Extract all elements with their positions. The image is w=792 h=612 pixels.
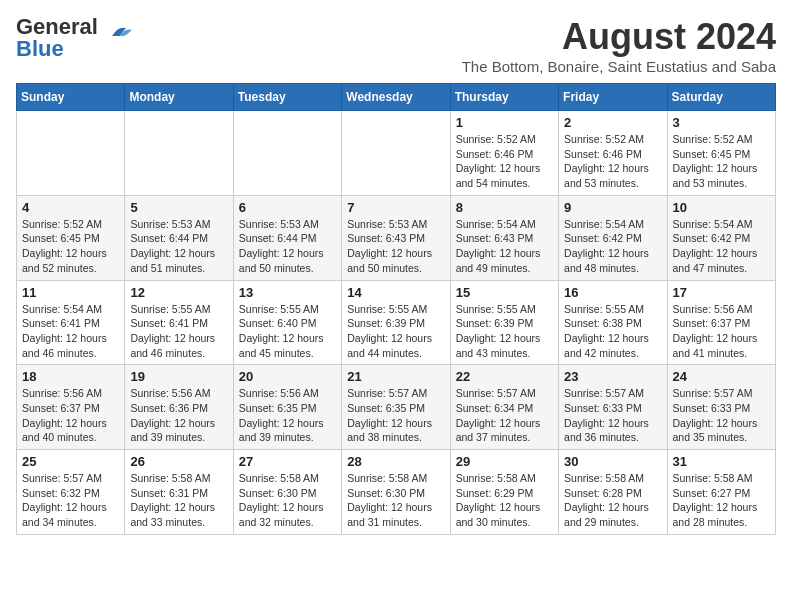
day-info: Sunrise: 5:58 AM Sunset: 6:30 PM Dayligh… (347, 471, 444, 530)
day-number: 31 (673, 454, 770, 469)
day-number: 15 (456, 285, 553, 300)
day-number: 24 (673, 369, 770, 384)
day-info: Sunrise: 5:58 AM Sunset: 6:30 PM Dayligh… (239, 471, 336, 530)
calendar-day-cell: 11Sunrise: 5:54 AM Sunset: 6:41 PM Dayli… (17, 280, 125, 365)
day-info: Sunrise: 5:54 AM Sunset: 6:43 PM Dayligh… (456, 217, 553, 276)
calendar-day-cell (233, 111, 341, 196)
day-number: 16 (564, 285, 661, 300)
day-info: Sunrise: 5:53 AM Sunset: 6:44 PM Dayligh… (130, 217, 227, 276)
calendar-day-cell: 18Sunrise: 5:56 AM Sunset: 6:37 PM Dayli… (17, 365, 125, 450)
day-info: Sunrise: 5:55 AM Sunset: 6:39 PM Dayligh… (347, 302, 444, 361)
day-info: Sunrise: 5:57 AM Sunset: 6:35 PM Dayligh… (347, 386, 444, 445)
day-number: 8 (456, 200, 553, 215)
page-header: General Blue August 2024 The Bottom, Bon… (16, 16, 776, 75)
calendar-day-cell: 22Sunrise: 5:57 AM Sunset: 6:34 PM Dayli… (450, 365, 558, 450)
weekday-header-sunday: Sunday (17, 84, 125, 111)
day-info: Sunrise: 5:56 AM Sunset: 6:36 PM Dayligh… (130, 386, 227, 445)
day-number: 30 (564, 454, 661, 469)
day-info: Sunrise: 5:53 AM Sunset: 6:44 PM Dayligh… (239, 217, 336, 276)
day-number: 11 (22, 285, 119, 300)
calendar-day-cell: 15Sunrise: 5:55 AM Sunset: 6:39 PM Dayli… (450, 280, 558, 365)
weekday-header-saturday: Saturday (667, 84, 775, 111)
calendar-week-row: 11Sunrise: 5:54 AM Sunset: 6:41 PM Dayli… (17, 280, 776, 365)
day-number: 5 (130, 200, 227, 215)
day-number: 9 (564, 200, 661, 215)
calendar-day-cell: 25Sunrise: 5:57 AM Sunset: 6:32 PM Dayli… (17, 450, 125, 535)
day-number: 6 (239, 200, 336, 215)
day-number: 3 (673, 115, 770, 130)
logo: General Blue (16, 16, 136, 60)
day-info: Sunrise: 5:54 AM Sunset: 6:42 PM Dayligh… (564, 217, 661, 276)
calendar-day-cell: 21Sunrise: 5:57 AM Sunset: 6:35 PM Dayli… (342, 365, 450, 450)
day-info: Sunrise: 5:57 AM Sunset: 6:33 PM Dayligh… (673, 386, 770, 445)
weekday-header-wednesday: Wednesday (342, 84, 450, 111)
day-info: Sunrise: 5:56 AM Sunset: 6:37 PM Dayligh… (673, 302, 770, 361)
calendar-day-cell: 23Sunrise: 5:57 AM Sunset: 6:33 PM Dayli… (559, 365, 667, 450)
day-info: Sunrise: 5:57 AM Sunset: 6:34 PM Dayligh… (456, 386, 553, 445)
calendar-day-cell: 4Sunrise: 5:52 AM Sunset: 6:45 PM Daylig… (17, 195, 125, 280)
calendar-day-cell: 16Sunrise: 5:55 AM Sunset: 6:38 PM Dayli… (559, 280, 667, 365)
day-info: Sunrise: 5:57 AM Sunset: 6:33 PM Dayligh… (564, 386, 661, 445)
day-info: Sunrise: 5:58 AM Sunset: 6:28 PM Dayligh… (564, 471, 661, 530)
logo-bird-icon (104, 18, 136, 50)
calendar-day-cell: 31Sunrise: 5:58 AM Sunset: 6:27 PM Dayli… (667, 450, 775, 535)
calendar-week-row: 18Sunrise: 5:56 AM Sunset: 6:37 PM Dayli… (17, 365, 776, 450)
day-number: 28 (347, 454, 444, 469)
day-number: 13 (239, 285, 336, 300)
day-number: 25 (22, 454, 119, 469)
day-info: Sunrise: 5:56 AM Sunset: 6:35 PM Dayligh… (239, 386, 336, 445)
calendar-day-cell: 6Sunrise: 5:53 AM Sunset: 6:44 PM Daylig… (233, 195, 341, 280)
main-title: August 2024 (462, 16, 776, 58)
calendar-day-cell: 2Sunrise: 5:52 AM Sunset: 6:46 PM Daylig… (559, 111, 667, 196)
calendar-day-cell: 7Sunrise: 5:53 AM Sunset: 6:43 PM Daylig… (342, 195, 450, 280)
calendar-day-cell: 27Sunrise: 5:58 AM Sunset: 6:30 PM Dayli… (233, 450, 341, 535)
day-number: 12 (130, 285, 227, 300)
calendar-day-cell: 29Sunrise: 5:58 AM Sunset: 6:29 PM Dayli… (450, 450, 558, 535)
day-info: Sunrise: 5:52 AM Sunset: 6:45 PM Dayligh… (673, 132, 770, 191)
day-number: 7 (347, 200, 444, 215)
day-number: 4 (22, 200, 119, 215)
weekday-header-tuesday: Tuesday (233, 84, 341, 111)
day-info: Sunrise: 5:58 AM Sunset: 6:29 PM Dayligh… (456, 471, 553, 530)
calendar-week-row: 25Sunrise: 5:57 AM Sunset: 6:32 PM Dayli… (17, 450, 776, 535)
sub-title: The Bottom, Bonaire, Saint Eustatius and… (462, 58, 776, 75)
logo-text: General Blue (16, 16, 98, 60)
day-info: Sunrise: 5:52 AM Sunset: 6:45 PM Dayligh… (22, 217, 119, 276)
calendar-day-cell: 17Sunrise: 5:56 AM Sunset: 6:37 PM Dayli… (667, 280, 775, 365)
day-number: 19 (130, 369, 227, 384)
weekday-header-thursday: Thursday (450, 84, 558, 111)
calendar-day-cell: 26Sunrise: 5:58 AM Sunset: 6:31 PM Dayli… (125, 450, 233, 535)
weekday-header-row: SundayMondayTuesdayWednesdayThursdayFrid… (17, 84, 776, 111)
calendar-day-cell: 12Sunrise: 5:55 AM Sunset: 6:41 PM Dayli… (125, 280, 233, 365)
day-number: 1 (456, 115, 553, 130)
day-info: Sunrise: 5:55 AM Sunset: 6:40 PM Dayligh… (239, 302, 336, 361)
day-number: 22 (456, 369, 553, 384)
weekday-header-friday: Friday (559, 84, 667, 111)
title-block: August 2024 The Bottom, Bonaire, Saint E… (462, 16, 776, 75)
calendar-day-cell (342, 111, 450, 196)
day-number: 18 (22, 369, 119, 384)
calendar-day-cell: 14Sunrise: 5:55 AM Sunset: 6:39 PM Dayli… (342, 280, 450, 365)
day-number: 29 (456, 454, 553, 469)
calendar-day-cell: 28Sunrise: 5:58 AM Sunset: 6:30 PM Dayli… (342, 450, 450, 535)
day-number: 23 (564, 369, 661, 384)
day-number: 17 (673, 285, 770, 300)
calendar-week-row: 4Sunrise: 5:52 AM Sunset: 6:45 PM Daylig… (17, 195, 776, 280)
calendar-day-cell: 19Sunrise: 5:56 AM Sunset: 6:36 PM Dayli… (125, 365, 233, 450)
day-info: Sunrise: 5:55 AM Sunset: 6:41 PM Dayligh… (130, 302, 227, 361)
calendar-day-cell (125, 111, 233, 196)
day-info: Sunrise: 5:55 AM Sunset: 6:38 PM Dayligh… (564, 302, 661, 361)
calendar-week-row: 1Sunrise: 5:52 AM Sunset: 6:46 PM Daylig… (17, 111, 776, 196)
day-number: 21 (347, 369, 444, 384)
calendar-day-cell: 9Sunrise: 5:54 AM Sunset: 6:42 PM Daylig… (559, 195, 667, 280)
day-number: 10 (673, 200, 770, 215)
day-info: Sunrise: 5:58 AM Sunset: 6:31 PM Dayligh… (130, 471, 227, 530)
day-info: Sunrise: 5:54 AM Sunset: 6:41 PM Dayligh… (22, 302, 119, 361)
day-info: Sunrise: 5:58 AM Sunset: 6:27 PM Dayligh… (673, 471, 770, 530)
day-info: Sunrise: 5:55 AM Sunset: 6:39 PM Dayligh… (456, 302, 553, 361)
day-number: 27 (239, 454, 336, 469)
day-info: Sunrise: 5:53 AM Sunset: 6:43 PM Dayligh… (347, 217, 444, 276)
day-info: Sunrise: 5:56 AM Sunset: 6:37 PM Dayligh… (22, 386, 119, 445)
day-number: 20 (239, 369, 336, 384)
day-number: 26 (130, 454, 227, 469)
